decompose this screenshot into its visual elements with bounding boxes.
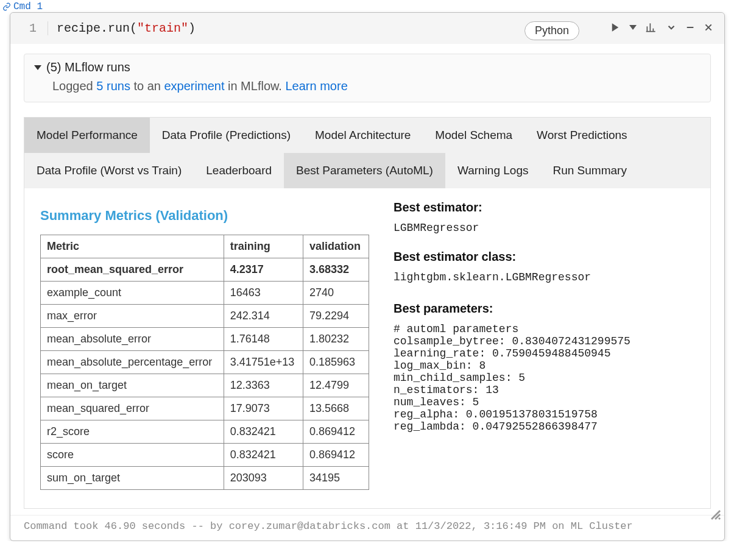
table-cell: 0.869412 (303, 420, 369, 444)
table-row: mean_squared_error17.907313.5668 (41, 397, 369, 420)
table-row: r2_score0.8324210.869412 (41, 420, 369, 444)
learn-more-link[interactable]: Learn more (285, 79, 347, 93)
chevron-down-icon[interactable] (666, 22, 677, 33)
table-cell: max_error (41, 305, 224, 328)
experiment-link[interactable]: experiment (164, 79, 225, 93)
best-class-label: Best estimator class: (394, 250, 694, 264)
best-estimator-label: Best estimator: (394, 200, 694, 214)
tab-data-profile-predictions-[interactable]: Data Profile (Predictions) (150, 118, 303, 153)
table-cell: 0.185963 (303, 351, 369, 374)
cell-container: 1 recipe.run("train") Python (5) MLflow … (10, 12, 725, 541)
tab-warning-logs[interactable]: Warning Logs (445, 153, 541, 188)
resize-handle-icon[interactable] (711, 510, 721, 520)
table-cell: 0.832421 (224, 444, 303, 467)
tab-model-architecture[interactable]: Model Architecture (303, 118, 423, 153)
mlflow-runs-panel: (5) MLflow runs Logged 5 runs to an expe… (24, 54, 711, 102)
table-cell: mean_squared_error (41, 397, 224, 420)
table-cell: score (41, 444, 224, 467)
minimize-icon[interactable] (685, 23, 695, 32)
tab-data-profile-worst-vs-train-[interactable]: Data Profile (Worst vs Train) (24, 153, 194, 188)
table-cell: 0.832421 (224, 420, 303, 444)
tab-leaderboard[interactable]: Leaderboard (194, 153, 284, 188)
table-cell: 242.314 (224, 305, 303, 328)
table-row: root_mean_squared_error4.23173.68332 (41, 258, 369, 282)
table-row: sum_on_target20309334195 (41, 467, 369, 490)
table-cell: 0.869412 (303, 444, 369, 467)
table-header: validation (303, 235, 369, 258)
table-cell: 12.3363 (224, 374, 303, 397)
best-params-text: # automl parameters colsample_bytree: 0.… (394, 323, 694, 433)
table-cell: 3.41751e+13 (224, 351, 303, 374)
table-cell: 1.80232 (303, 328, 369, 351)
table-cell: 1.76148 (224, 328, 303, 351)
tab-model-schema[interactable]: Model Schema (423, 118, 524, 153)
tab-model-performance[interactable]: Model Performance (24, 118, 150, 153)
table-cell: mean_on_target (41, 374, 224, 397)
table-row: mean_absolute_percentage_error3.41751e+1… (41, 351, 369, 374)
run-menu-icon[interactable] (629, 25, 637, 30)
table-cell: 3.68332 (303, 258, 369, 282)
tabs-row-2: Data Profile (Worst vs Train)Leaderboard… (24, 153, 710, 188)
table-header: training (224, 235, 303, 258)
table-row: example_count164632740 (41, 282, 369, 305)
cell-label: Cmd 1 (13, 1, 43, 12)
summary-metrics-table: Metrictrainingvalidation root_mean_squar… (40, 235, 369, 490)
run-icon[interactable] (610, 22, 621, 33)
table-cell: 17.9073 (224, 397, 303, 420)
table-row: max_error242.31479.2294 (41, 305, 369, 328)
table-cell: 13.5668 (303, 397, 369, 420)
best-estimator-value: LGBMRegressor (394, 222, 694, 234)
tab-best-parameters-automl-[interactable]: Best Parameters (AutoML) (284, 153, 445, 188)
table-cell: sum_on_target (41, 467, 224, 490)
table-cell: mean_absolute_percentage_error (41, 351, 224, 374)
table-cell: 16463 (224, 282, 303, 305)
best-class-value: lightgbm.sklearn.LGBMRegressor (394, 271, 694, 283)
mlflow-header-text: (5) MLflow runs (46, 60, 130, 74)
table-row: mean_on_target12.336312.4799 (41, 374, 369, 397)
table-cell: mean_absolute_error (41, 328, 224, 351)
language-selector[interactable]: Python (524, 21, 579, 40)
table-cell: 34195 (303, 467, 369, 490)
table-cell: 4.2317 (224, 258, 303, 282)
cell-toolbar (610, 21, 713, 34)
cell-handle[interactable]: Cmd 1 (0, 0, 731, 12)
table-row: score0.8324210.869412 (41, 444, 369, 467)
link-icon (2, 2, 11, 11)
mlflow-subtext: Logged 5 runs to an experiment in MLflow… (34, 74, 701, 93)
execution-footer: Command took 46.90 seconds -- by corey.z… (10, 515, 724, 541)
table-cell: 79.2294 (303, 305, 369, 328)
table-cell: example_count (41, 282, 224, 305)
chart-icon[interactable] (645, 21, 657, 34)
tab-run-summary[interactable]: Run Summary (540, 153, 638, 188)
tab-worst-predictions[interactable]: Worst Predictions (524, 118, 640, 153)
code-row: 1 recipe.run("train") Python (10, 13, 724, 44)
summary-metrics-title: Summary Metrics (Validation) (40, 208, 369, 224)
close-icon[interactable] (704, 23, 713, 32)
table-cell: 2740 (303, 282, 369, 305)
runs-link[interactable]: 5 runs (96, 79, 130, 93)
line-number: 1 (10, 21, 48, 35)
output-tabs-area: Model PerformanceData Profile (Predictio… (24, 117, 711, 509)
table-row: mean_absolute_error1.761481.80232 (41, 328, 369, 351)
table-header: Metric (41, 235, 224, 258)
table-cell: 12.4799 (303, 374, 369, 397)
table-cell: root_mean_squared_error (41, 258, 224, 282)
collapse-icon[interactable] (34, 65, 41, 70)
table-cell: 203093 (224, 467, 303, 490)
best-params-label: Best parameters: (394, 302, 694, 316)
tabs-row-1: Model PerformanceData Profile (Predictio… (24, 118, 710, 153)
table-cell: r2_score (41, 420, 224, 444)
code-editor[interactable]: recipe.run("train") (48, 21, 196, 35)
